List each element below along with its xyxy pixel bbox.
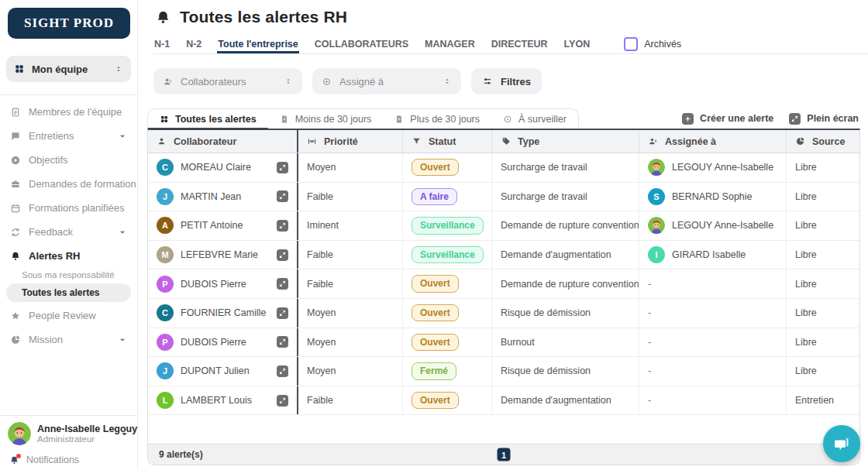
scope-tab-manager[interactable]: MANAGER [424, 34, 476, 53]
assignee-cell: - [639, 357, 787, 386]
sidebar-item-membres[interactable]: Membres de l'équipe [0, 100, 137, 124]
sidebar-item-people-review[interactable]: People Review [0, 304, 137, 328]
sidebar-item-objectifs[interactable]: Objectifs [0, 148, 137, 172]
table-row[interactable]: CMOREAU ClaireMoyenOuvertSurcharge de tr… [148, 153, 859, 183]
filtres-button[interactable]: Filtres [471, 68, 542, 94]
open-alert-icon[interactable] [277, 336, 288, 348]
table-row[interactable]: PDUBOIS PierreMoyenOuvertBurnout-Libre [148, 328, 859, 358]
grid-icon [160, 115, 169, 124]
status-badge: Surveillance [412, 246, 484, 263]
table-row[interactable]: MLEFEBVRE MarieFaibleSurveillanceDemande… [148, 241, 859, 270]
play-icon [10, 155, 21, 166]
assignee-name: LEGOUY Anne-Isabelle [672, 162, 773, 173]
person-icon [163, 77, 173, 87]
alerts-table: Collaborateur Priorité Statut Type [147, 129, 860, 465]
scope-tab-n1[interactable]: N-1 [153, 34, 170, 53]
col-source[interactable]: Source [787, 130, 859, 153]
archived-checkbox[interactable] [624, 37, 638, 51]
fullscreen-button[interactable]: Plein écran [789, 113, 859, 125]
scope-tab-n2[interactable]: N-2 [185, 34, 202, 53]
calendar-icon [10, 203, 21, 214]
priority-cell: Moyen [298, 328, 403, 357]
archived-toggle[interactable]: Archivés [624, 34, 681, 53]
collaborator-cell: CFOURNIER Camille [148, 299, 298, 328]
sidebar-item-feedback[interactable]: Feedback [0, 220, 137, 244]
open-alert-icon[interactable] [277, 190, 288, 202]
assignee-cell: IGIRARD Isabelle [639, 241, 787, 269]
scope-tab-directeur[interactable]: DIRECTEUR [491, 34, 549, 53]
collaborator-cell: JDUPONT Julien [148, 357, 298, 386]
avatar: L [157, 392, 174, 409]
col-assignee[interactable]: Assignée à [639, 130, 787, 153]
target-icon [322, 77, 332, 87]
sidebar-item-formations[interactable]: Formations planifiées [0, 196, 137, 220]
view-tab-moins-30[interactable]: Moins de 30 jours [268, 109, 384, 129]
scope-tab-collaborateurs[interactable]: COLLABORATEURS [314, 34, 409, 53]
user-role: Administrateur [37, 434, 113, 444]
notifications-label: Notifications [26, 455, 79, 465]
type-cell: Demande de rupture conventionnelle [492, 269, 639, 298]
team-selector[interactable]: Mon équipe [6, 56, 131, 82]
scope-tab-lyon[interactable]: LYON [563, 34, 591, 53]
assignee-empty: - [648, 365, 651, 376]
funnel-icon [412, 136, 422, 146]
col-collaborateur[interactable]: Collaborateur [148, 130, 298, 153]
table-body: CMOREAU ClaireMoyenOuvertSurcharge de tr… [148, 153, 859, 415]
assignee-name: LEGOUY Anne-Isabelle [672, 220, 773, 231]
scope-tab-toute-entreprise[interactable]: Toute l'entreprise [217, 34, 298, 53]
user-menu[interactable]: Anne-Isabelle Legouy Administrateur [8, 422, 129, 445]
open-alert-icon[interactable] [277, 278, 288, 290]
view-tab-plus-30[interactable]: Plus de 30 jours [383, 109, 491, 129]
sidebar-item-mission[interactable]: Mission [0, 328, 137, 352]
open-alert-icon[interactable] [277, 220, 288, 232]
source-cell: Libre [787, 269, 859, 298]
open-alert-icon[interactable] [277, 395, 288, 407]
sidebar-item-demandes-formation[interactable]: Demandes de formation [0, 172, 137, 196]
notifications-button[interactable]: Notifications [8, 455, 129, 465]
open-alert-icon[interactable] [277, 162, 288, 173]
col-priorite[interactable]: Priorité [298, 130, 403, 153]
collaborateurs-select[interactable]: Collaborateurs [153, 68, 302, 94]
table-row[interactable]: APETIT AntoineIminentSurveillanceDemande… [148, 211, 859, 241]
create-alert-button[interactable]: Créer une alerte [682, 113, 773, 125]
status-badge: A faire [412, 188, 457, 205]
grid-icon [14, 63, 25, 74]
team-selector-label: Mon équipe [32, 63, 107, 75]
avatar: I [648, 246, 665, 263]
col-type[interactable]: Type [492, 130, 639, 153]
col-statut[interactable]: Statut [403, 130, 492, 153]
status-cell: Ouvert [403, 299, 492, 328]
avatar: P [157, 334, 174, 351]
table-row[interactable]: LLAMBERT LouisFaibleOuvertDemande d'augm… [148, 386, 859, 416]
sidebar-item-entretiens[interactable]: Entretiens [0, 124, 137, 148]
chat-widget-button[interactable] [823, 425, 860, 462]
sidebar-item-alertes-rh[interactable]: Alertes RH [0, 244, 137, 268]
assigne-select[interactable]: Assigné à [312, 68, 461, 94]
avatar-photo [8, 422, 31, 445]
priority-cell: Faible [298, 269, 403, 298]
table-row[interactable]: PDUBOIS PierreFaibleOuvertDemande de rup… [148, 269, 859, 299]
assignee-empty: - [648, 279, 651, 290]
table-row[interactable]: JMARTIN JeanFaibleA faireSurcharge de tr… [148, 183, 859, 212]
sidebar-subitem-sous-ma-responsabilite[interactable]: Sous ma responsabilité [0, 268, 137, 282]
star-icon [10, 310, 21, 321]
logo[interactable]: SIGHT PROD [8, 8, 130, 39]
view-tab-a-surveiller[interactable]: À surveiller [491, 109, 578, 129]
status-cell: A faire [403, 183, 492, 211]
source-cell: Libre [787, 153, 859, 182]
open-alert-icon[interactable] [277, 307, 288, 319]
table-row[interactable]: CFOURNIER CamilleMoyenOuvertRisque de dé… [148, 299, 859, 328]
sidebar-subitem-toutes-les-alertes[interactable]: Toutes les alertes [6, 283, 131, 302]
open-alert-icon[interactable] [277, 365, 288, 377]
sort-arrows-icon [443, 76, 452, 87]
chat-icon [10, 131, 21, 142]
plus-icon [682, 113, 694, 125]
type-cell: Demande d'augmentation [492, 386, 639, 415]
table-row[interactable]: JDUPONT JulienMoyenFerméRisque de démiss… [148, 357, 859, 386]
collaborator-cell: JMARTIN Jean [148, 183, 298, 211]
view-tab-toutes[interactable]: Toutes les alertes [148, 109, 268, 129]
collaborator-cell: LLAMBERT Louis [148, 386, 298, 415]
open-alert-icon[interactable] [277, 249, 288, 261]
page-1-button[interactable]: 1 [498, 448, 511, 461]
user-block: Anne-Isabelle Legouy Administrateur Noti… [0, 415, 137, 465]
